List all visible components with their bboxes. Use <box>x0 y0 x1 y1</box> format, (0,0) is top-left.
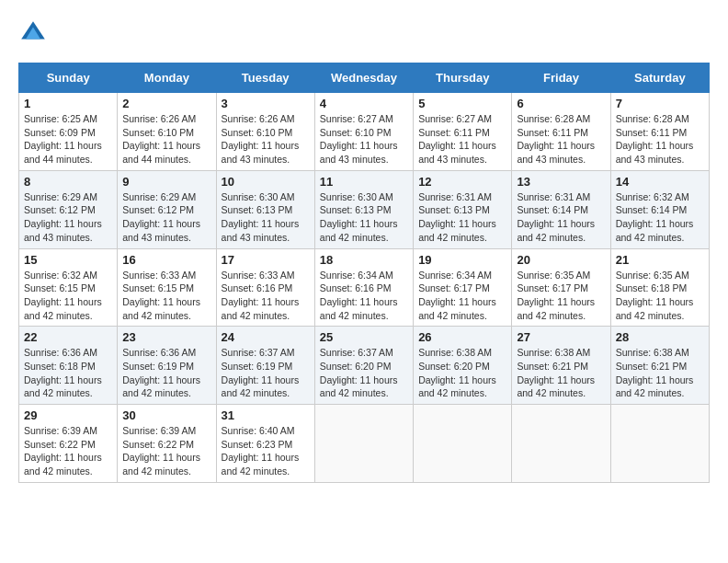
calendar-cell: 21 Sunrise: 6:35 AM Sunset: 6:18 PM Dayl… <box>610 248 709 327</box>
calendar-cell: 10 Sunrise: 6:30 AM Sunset: 6:13 PM Dayl… <box>216 170 314 248</box>
day-info: Sunrise: 6:39 AM Sunset: 6:22 PM Dayligh… <box>24 424 112 478</box>
calendar-cell: 1 Sunrise: 6:25 AM Sunset: 6:09 PM Dayli… <box>19 93 118 171</box>
day-number: 11 <box>320 175 408 189</box>
day-number: 19 <box>418 253 506 267</box>
day-number: 2 <box>122 97 210 110</box>
day-number: 20 <box>517 253 605 267</box>
calendar-cell: 3 Sunrise: 6:26 AM Sunset: 6:10 PM Dayli… <box>216 93 314 171</box>
day-info: Sunrise: 6:37 AM Sunset: 6:19 PM Dayligh… <box>222 346 310 400</box>
calendar-cell: 6 Sunrise: 6:28 AM Sunset: 6:11 PM Dayli… <box>512 93 610 171</box>
calendar-cell: 9 Sunrise: 6:29 AM Sunset: 6:12 PM Dayli… <box>118 170 216 248</box>
day-number: 28 <box>616 330 704 344</box>
day-number: 27 <box>517 330 605 344</box>
day-number: 14 <box>616 175 704 189</box>
day-info: Sunrise: 6:25 AM Sunset: 6:09 PM Dayligh… <box>24 112 112 167</box>
day-number: 26 <box>418 330 506 344</box>
calendar-cell <box>414 405 512 483</box>
calendar-header-monday: Monday <box>118 63 216 93</box>
day-number: 23 <box>122 330 210 344</box>
calendar-header-friday: Friday <box>512 63 610 93</box>
day-info: Sunrise: 6:31 AM Sunset: 6:13 PM Dayligh… <box>418 190 506 245</box>
day-number: 31 <box>222 408 310 422</box>
calendar-header-thursday: Thursday <box>414 63 512 93</box>
calendar-header-saturday: Saturday <box>610 63 709 93</box>
calendar-cell: 17 Sunrise: 6:33 AM Sunset: 6:16 PM Dayl… <box>216 248 314 327</box>
day-number: 29 <box>24 408 112 422</box>
day-info: Sunrise: 6:28 AM Sunset: 6:11 PM Dayligh… <box>517 112 605 167</box>
day-info: Sunrise: 6:38 AM Sunset: 6:21 PM Dayligh… <box>616 346 704 400</box>
calendar-cell: 20 Sunrise: 6:35 AM Sunset: 6:17 PM Dayl… <box>512 248 610 327</box>
day-info: Sunrise: 6:28 AM Sunset: 6:11 PM Dayligh… <box>616 112 704 167</box>
calendar-cell: 5 Sunrise: 6:27 AM Sunset: 6:11 PM Dayli… <box>414 93 512 171</box>
day-info: Sunrise: 6:36 AM Sunset: 6:19 PM Dayligh… <box>122 346 210 400</box>
day-info: Sunrise: 6:31 AM Sunset: 6:14 PM Dayligh… <box>517 190 605 245</box>
calendar-header-wednesday: Wednesday <box>314 63 413 93</box>
day-number: 3 <box>222 97 310 110</box>
day-number: 15 <box>24 253 112 267</box>
calendar-header-sunday: Sunday <box>19 63 118 93</box>
day-number: 9 <box>122 175 210 189</box>
calendar-week-row: 22 Sunrise: 6:36 AM Sunset: 6:18 PM Dayl… <box>19 327 710 405</box>
day-info: Sunrise: 6:34 AM Sunset: 6:16 PM Dayligh… <box>320 269 408 323</box>
day-info: Sunrise: 6:37 AM Sunset: 6:20 PM Dayligh… <box>320 346 408 400</box>
calendar-cell: 4 Sunrise: 6:27 AM Sunset: 6:10 PM Dayli… <box>314 93 413 171</box>
day-info: Sunrise: 6:38 AM Sunset: 6:20 PM Dayligh… <box>418 346 506 400</box>
day-info: Sunrise: 6:26 AM Sunset: 6:10 PM Dayligh… <box>222 112 310 167</box>
day-info: Sunrise: 6:29 AM Sunset: 6:12 PM Dayligh… <box>24 190 112 245</box>
day-info: Sunrise: 6:39 AM Sunset: 6:22 PM Dayligh… <box>122 424 210 478</box>
calendar-cell: 19 Sunrise: 6:34 AM Sunset: 6:17 PM Dayl… <box>414 248 512 327</box>
day-number: 6 <box>517 97 605 110</box>
day-info: Sunrise: 6:30 AM Sunset: 6:13 PM Dayligh… <box>222 190 310 245</box>
day-number: 22 <box>24 330 112 344</box>
logo <box>18 18 51 48</box>
day-info: Sunrise: 6:38 AM Sunset: 6:21 PM Dayligh… <box>517 346 605 400</box>
calendar-cell: 22 Sunrise: 6:36 AM Sunset: 6:18 PM Dayl… <box>19 327 118 405</box>
calendar-cell: 12 Sunrise: 6:31 AM Sunset: 6:13 PM Dayl… <box>414 170 512 248</box>
logo-icon <box>18 18 48 48</box>
calendar-cell: 2 Sunrise: 6:26 AM Sunset: 6:10 PM Dayli… <box>118 93 216 171</box>
calendar-header-tuesday: Tuesday <box>216 63 314 93</box>
calendar-cell: 14 Sunrise: 6:32 AM Sunset: 6:14 PM Dayl… <box>610 170 709 248</box>
calendar-cell <box>512 405 610 483</box>
calendar-cell: 18 Sunrise: 6:34 AM Sunset: 6:16 PM Dayl… <box>314 248 413 327</box>
calendar-cell: 30 Sunrise: 6:39 AM Sunset: 6:22 PM Dayl… <box>118 405 216 483</box>
day-number: 25 <box>320 330 408 344</box>
calendar-cell: 27 Sunrise: 6:38 AM Sunset: 6:21 PM Dayl… <box>512 327 610 405</box>
day-info: Sunrise: 6:36 AM Sunset: 6:18 PM Dayligh… <box>24 346 112 400</box>
day-number: 7 <box>616 97 704 110</box>
day-number: 4 <box>320 97 408 110</box>
day-info: Sunrise: 6:33 AM Sunset: 6:16 PM Dayligh… <box>222 269 310 323</box>
day-info: Sunrise: 6:27 AM Sunset: 6:10 PM Dayligh… <box>320 112 408 167</box>
day-number: 30 <box>122 408 210 422</box>
day-info: Sunrise: 6:32 AM Sunset: 6:15 PM Dayligh… <box>24 269 112 323</box>
calendar-cell: 28 Sunrise: 6:38 AM Sunset: 6:21 PM Dayl… <box>610 327 709 405</box>
day-number: 21 <box>616 253 704 267</box>
day-info: Sunrise: 6:29 AM Sunset: 6:12 PM Dayligh… <box>122 190 210 245</box>
calendar-table: SundayMondayTuesdayWednesdayThursdayFrid… <box>18 63 710 483</box>
day-info: Sunrise: 6:33 AM Sunset: 6:15 PM Dayligh… <box>122 269 210 323</box>
calendar-week-row: 1 Sunrise: 6:25 AM Sunset: 6:09 PM Dayli… <box>19 93 710 171</box>
calendar-week-row: 29 Sunrise: 6:39 AM Sunset: 6:22 PM Dayl… <box>19 405 710 483</box>
calendar-cell: 23 Sunrise: 6:36 AM Sunset: 6:19 PM Dayl… <box>118 327 216 405</box>
day-number: 1 <box>24 97 112 110</box>
day-info: Sunrise: 6:26 AM Sunset: 6:10 PM Dayligh… <box>122 112 210 167</box>
calendar-cell: 29 Sunrise: 6:39 AM Sunset: 6:22 PM Dayl… <box>19 405 118 483</box>
day-number: 24 <box>222 330 310 344</box>
day-info: Sunrise: 6:27 AM Sunset: 6:11 PM Dayligh… <box>418 112 506 167</box>
day-number: 17 <box>222 253 310 267</box>
calendar-cell: 31 Sunrise: 6:40 AM Sunset: 6:23 PM Dayl… <box>216 405 314 483</box>
calendar-cell: 24 Sunrise: 6:37 AM Sunset: 6:19 PM Dayl… <box>216 327 314 405</box>
calendar-cell <box>314 405 413 483</box>
calendar-cell: 16 Sunrise: 6:33 AM Sunset: 6:15 PM Dayl… <box>118 248 216 327</box>
day-number: 18 <box>320 253 408 267</box>
calendar-cell: 8 Sunrise: 6:29 AM Sunset: 6:12 PM Dayli… <box>19 170 118 248</box>
day-info: Sunrise: 6:30 AM Sunset: 6:13 PM Dayligh… <box>320 190 408 245</box>
calendar-cell: 25 Sunrise: 6:37 AM Sunset: 6:20 PM Dayl… <box>314 327 413 405</box>
day-number: 10 <box>222 175 310 189</box>
day-number: 8 <box>24 175 112 189</box>
day-info: Sunrise: 6:35 AM Sunset: 6:17 PM Dayligh… <box>517 269 605 323</box>
calendar-week-row: 8 Sunrise: 6:29 AM Sunset: 6:12 PM Dayli… <box>19 170 710 248</box>
calendar-week-row: 15 Sunrise: 6:32 AM Sunset: 6:15 PM Dayl… <box>19 248 710 327</box>
day-info: Sunrise: 6:32 AM Sunset: 6:14 PM Dayligh… <box>616 190 704 245</box>
day-info: Sunrise: 6:34 AM Sunset: 6:17 PM Dayligh… <box>418 269 506 323</box>
